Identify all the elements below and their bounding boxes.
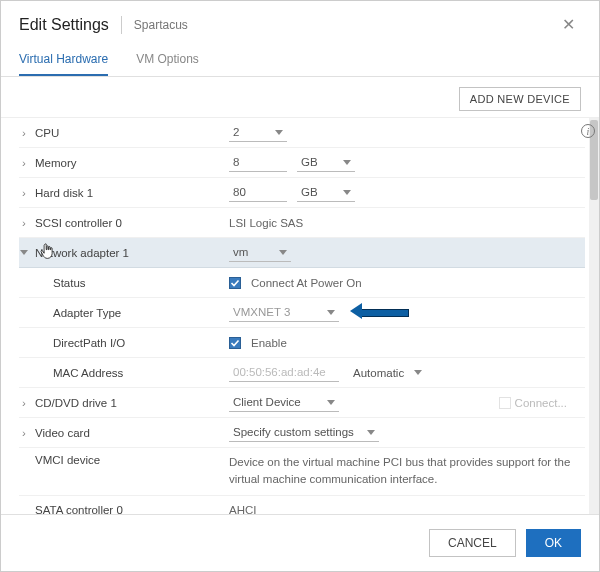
row-hard-disk-1[interactable]: ›Hard disk 1 80 GB bbox=[19, 178, 585, 208]
device-bar: ADD NEW DEVICE bbox=[1, 77, 599, 117]
svg-rect-0 bbox=[230, 277, 241, 288]
sata0-label: SATA controller 0 bbox=[35, 504, 123, 514]
svg-rect-2 bbox=[499, 397, 510, 408]
scrollbar[interactable] bbox=[589, 118, 599, 514]
chevron-down-icon bbox=[343, 160, 351, 165]
chevron-right-icon: › bbox=[19, 127, 29, 139]
vmci-description: Device on the virtual machine PCI bus th… bbox=[229, 454, 575, 489]
vmci-label: VMCI device bbox=[35, 454, 100, 466]
memory-value-input[interactable]: 8 bbox=[229, 153, 287, 172]
dialog-footer: CANCEL OK bbox=[1, 514, 599, 571]
row-sata-controller-0: SATA controller 0 AHCI bbox=[19, 496, 585, 515]
cancel-button[interactable]: CANCEL bbox=[429, 529, 516, 557]
cpu-label: CPU bbox=[35, 127, 59, 139]
video-label: Video card bbox=[35, 427, 90, 439]
svg-rect-1 bbox=[230, 337, 241, 348]
ok-button[interactable]: OK bbox=[526, 529, 581, 557]
sata0-value: AHCI bbox=[229, 504, 256, 514]
row-scsi-controller-0[interactable]: ›SCSI controller 0 LSI Logic SAS bbox=[19, 208, 585, 238]
chevron-right-icon: › bbox=[19, 187, 29, 199]
row-net1-mac-address: MAC Address 00:50:56:ad:ad:4e Automatic bbox=[19, 358, 585, 388]
edit-settings-dialog: Edit Settings Spartacus ✕ Virtual Hardwa… bbox=[0, 0, 600, 572]
row-memory[interactable]: ›Memory 8 GB bbox=[19, 148, 585, 178]
cd1-device-select[interactable]: Client Device bbox=[229, 393, 339, 412]
hdd1-value-input[interactable]: 80 bbox=[229, 183, 287, 202]
chevron-down-icon bbox=[275, 130, 283, 135]
net1-network-select[interactable]: vm bbox=[229, 243, 291, 262]
dialog-header: Edit Settings Spartacus ✕ bbox=[1, 1, 599, 44]
hdd1-label: Hard disk 1 bbox=[35, 187, 93, 199]
chevron-down-icon bbox=[327, 310, 335, 315]
row-net1-status: Status Connect At Power On bbox=[19, 268, 585, 298]
dialog-title: Edit Settings bbox=[19, 16, 109, 34]
chevron-down-icon bbox=[367, 430, 375, 435]
checkbox-checked-icon[interactable] bbox=[229, 337, 241, 349]
row-network-adapter-1[interactable]: Network adapter 1 vm bbox=[19, 238, 585, 268]
hdd1-unit-select[interactable]: GB bbox=[297, 183, 355, 202]
chevron-right-icon: › bbox=[19, 397, 29, 409]
row-net1-adapter-type: Adapter Type VMXNET 3 bbox=[19, 298, 585, 328]
video-settings-select[interactable]: Specify custom settings bbox=[229, 423, 379, 442]
mac-address-field[interactable]: 00:50:56:ad:ad:4e bbox=[229, 363, 339, 382]
checkbox-unchecked-icon bbox=[499, 397, 511, 409]
hardware-list[interactable]: i ›CPU 2 ›Memory 8 GB ›Hard disk 1 80 bbox=[1, 117, 599, 514]
net1-label: Network adapter 1 bbox=[35, 247, 129, 259]
info-icon[interactable]: i bbox=[581, 124, 595, 138]
row-video-card[interactable]: ›Video card Specify custom settings bbox=[19, 418, 585, 448]
title-divider bbox=[121, 16, 122, 34]
adapter-type-select[interactable]: VMXNET 3 bbox=[229, 303, 339, 322]
chevron-down-icon bbox=[343, 190, 351, 195]
memory-label: Memory bbox=[35, 157, 77, 169]
dialog-subtitle: Spartacus bbox=[134, 18, 188, 32]
row-vmci-device: VMCI device Device on the virtual machin… bbox=[19, 448, 585, 496]
tab-virtual-hardware[interactable]: Virtual Hardware bbox=[19, 44, 108, 76]
tab-vm-options[interactable]: VM Options bbox=[136, 44, 199, 76]
callout-arrow-icon bbox=[361, 307, 409, 319]
close-icon[interactable]: ✕ bbox=[556, 13, 581, 36]
scsi0-label: SCSI controller 0 bbox=[35, 217, 122, 229]
memory-unit-select[interactable]: GB bbox=[297, 153, 355, 172]
net1-status-value: Connect At Power On bbox=[251, 277, 362, 289]
net1-mac-label: MAC Address bbox=[53, 367, 123, 379]
scsi0-value: LSI Logic SAS bbox=[229, 217, 303, 229]
row-cpu[interactable]: ›CPU 2 bbox=[19, 118, 585, 148]
mac-mode-select[interactable]: Automatic bbox=[349, 364, 426, 382]
net1-dpio-value: Enable bbox=[251, 337, 287, 349]
chevron-down-icon bbox=[414, 370, 422, 375]
chevron-right-icon: › bbox=[19, 157, 29, 169]
net1-dpio-label: DirectPath I/O bbox=[53, 337, 125, 349]
net1-adapter-label: Adapter Type bbox=[53, 307, 121, 319]
chevron-down-icon bbox=[327, 400, 335, 405]
chevron-right-icon: › bbox=[19, 217, 29, 229]
chevron-down-icon bbox=[19, 250, 29, 255]
cd1-connect-option: Connect... bbox=[499, 397, 575, 409]
tabs: Virtual Hardware VM Options bbox=[1, 44, 599, 77]
chevron-right-icon: › bbox=[19, 427, 29, 439]
checkbox-checked-icon[interactable] bbox=[229, 277, 241, 289]
row-cd-dvd-drive-1[interactable]: ›CD/DVD drive 1 Client Device Connect... bbox=[19, 388, 585, 418]
row-net1-directpath-io: DirectPath I/O Enable bbox=[19, 328, 585, 358]
add-new-device-button[interactable]: ADD NEW DEVICE bbox=[459, 87, 581, 111]
cd1-label: CD/DVD drive 1 bbox=[35, 397, 117, 409]
cpu-select[interactable]: 2 bbox=[229, 123, 287, 142]
net1-status-label: Status bbox=[53, 277, 86, 289]
chevron-down-icon bbox=[279, 250, 287, 255]
